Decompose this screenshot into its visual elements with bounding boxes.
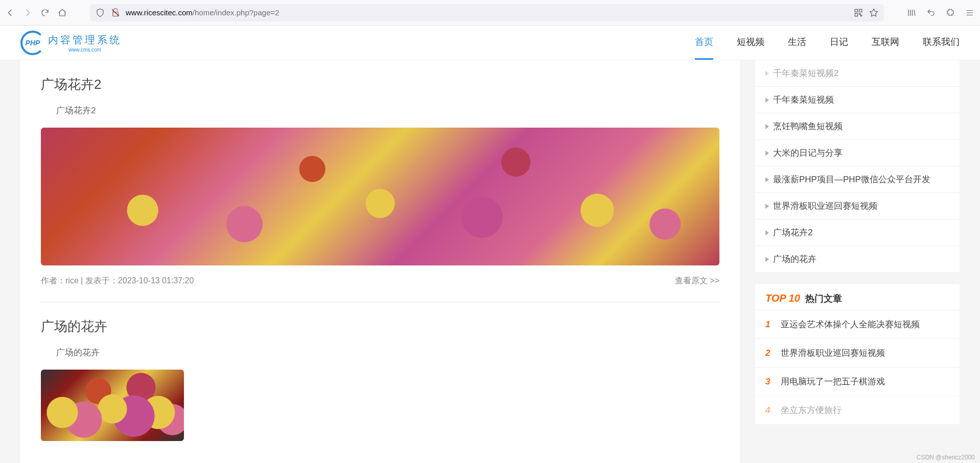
logo-badge: PHP — [20, 31, 45, 55]
article-excerpt: 广场的花卉 — [56, 347, 719, 358]
sidebar-link[interactable]: 广场花卉2 — [755, 219, 960, 246]
article-image[interactable] — [41, 370, 184, 441]
article-title[interactable]: 广场花卉2 — [41, 76, 719, 93]
nav-contact[interactable]: 联系我们 — [923, 26, 960, 60]
article-image[interactable] — [41, 128, 719, 265]
hot-rank: 2 — [765, 348, 774, 358]
hot-item[interactable]: 1亚运会艺术体操个人全能决赛短视频 — [755, 310, 960, 338]
triangle-icon — [765, 204, 769, 209]
menu-icon[interactable] — [965, 8, 975, 18]
url-text: www.ricescitec.com/home/index.php?page=2 — [126, 8, 848, 17]
sidebar-link[interactable]: 大米的日记与分享 — [755, 139, 960, 166]
hot-item[interactable]: 3用电脑玩了一把五子棋游戏 — [755, 367, 960, 396]
hot-title: 热门文章 — [805, 293, 842, 305]
extensions-icon[interactable] — [945, 8, 955, 18]
svg-rect-2 — [855, 9, 857, 12]
svg-rect-3 — [859, 9, 862, 12]
hot-rank: 4 — [765, 405, 774, 416]
qr-icon[interactable] — [853, 8, 864, 18]
address-bar[interactable]: www.ricescitec.com/home/index.php?page=2 — [90, 4, 884, 21]
read-more-link[interactable]: 查看原文 >> — [675, 276, 719, 286]
lock-insecure-icon — [110, 8, 121, 18]
nav-diary[interactable]: 日记 — [830, 26, 848, 60]
article-excerpt: 广场花卉2 — [56, 105, 719, 116]
bookmark-star-icon[interactable] — [869, 8, 879, 18]
undo-icon[interactable] — [926, 8, 936, 18]
reload-button[interactable] — [40, 8, 50, 18]
triangle-icon — [765, 177, 769, 182]
sidebar-link[interactable]: 烹饪鸭嘴鱼短视频 — [755, 113, 960, 139]
shield-icon — [95, 8, 105, 18]
sidebar-link[interactable]: 最涨薪PHP项目—PHP微信公众平台开发 — [755, 166, 960, 192]
article-item: 广场花卉2 广场花卉2 作者：rice | 发表于：2023-10-13 01:… — [41, 76, 719, 318]
hot-rank: 1 — [765, 320, 774, 330]
site-header: PHP 内容管理系统 www.cms.com 首页 短视频 生活 日记 互联网 … — [0, 26, 980, 60]
hot-item[interactable]: 2世界滑板职业巡回赛短视频 — [755, 338, 960, 367]
hot-rank: 3 — [765, 377, 774, 387]
nav-life[interactable]: 生活 — [788, 26, 806, 60]
site-logo[interactable]: PHP 内容管理系统 www.cms.com — [20, 31, 122, 55]
library-icon[interactable] — [906, 8, 917, 18]
triangle-icon — [765, 124, 769, 129]
svg-rect-4 — [855, 13, 857, 16]
main-nav: 首页 短视频 生活 日记 互联网 联系我们 — [695, 26, 960, 60]
sidebar-link[interactable]: 世界滑板职业巡回赛短视频 — [755, 192, 960, 219]
browser-toolbar: www.ricescitec.com/home/index.php?page=2 — [0, 0, 980, 26]
triangle-icon — [765, 151, 769, 156]
triangle-icon — [765, 230, 769, 235]
home-button[interactable] — [57, 8, 67, 18]
triangle-icon — [765, 98, 769, 103]
nav-internet[interactable]: 互联网 — [872, 26, 899, 60]
sidebar-link[interactable]: 千年秦菜短视频2 — [755, 60, 960, 86]
hot-articles-widget: TOP 10 热门文章 1亚运会艺术体操个人全能决赛短视频 2世界滑板职业巡回赛… — [755, 284, 960, 424]
main-content: 广场花卉2 广场花卉2 作者：rice | 发表于：2023-10-13 01:… — [20, 60, 740, 463]
nav-home[interactable]: 首页 — [695, 26, 713, 60]
triangle-icon — [765, 257, 769, 262]
triangle-icon — [765, 71, 769, 76]
logo-title: 内容管理系统 — [48, 33, 122, 47]
article-item: 广场的花卉 广场的花卉 — [41, 318, 719, 463]
sidebar-link[interactable]: 千年秦菜短视频 — [755, 86, 960, 113]
recent-links-widget: 千年秦菜短视频2 千年秦菜短视频 烹饪鸭嘴鱼短视频 大米的日记与分享 最涨薪PH… — [755, 60, 960, 272]
sidebar: 千年秦菜短视频2 千年秦菜短视频 烹饪鸭嘴鱼短视频 大米的日记与分享 最涨薪PH… — [755, 60, 960, 424]
logo-subtitle: www.cms.com — [48, 47, 122, 53]
top10-label: TOP 10 — [765, 293, 800, 304]
article-meta: 作者：rice | 发表于：2023-10-13 01:37:20 — [41, 276, 194, 286]
nav-shortvideo[interactable]: 短视频 — [737, 26, 764, 60]
watermark: CSDN @shencz2000 — [917, 454, 975, 461]
hot-item[interactable]: 4坐立东方便旅行 — [755, 396, 960, 424]
sidebar-link[interactable]: 广场的花卉 — [755, 246, 960, 272]
forward-button[interactable] — [22, 8, 33, 18]
back-button[interactable] — [5, 8, 15, 18]
article-title[interactable]: 广场的花卉 — [41, 318, 719, 335]
